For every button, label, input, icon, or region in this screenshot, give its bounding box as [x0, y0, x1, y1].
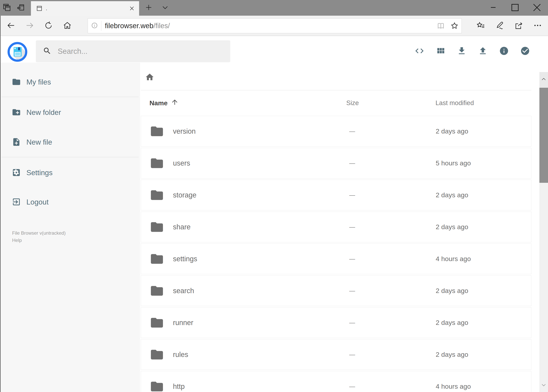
file-row[interactable]: rules — 2 days ago	[141, 339, 531, 370]
file-size: —	[347, 160, 436, 167]
file-row[interactable]: http — 4 hours ago	[141, 371, 531, 392]
scroll-up-button[interactable]	[539, 72, 548, 87]
add-favorite-button[interactable]	[450, 21, 459, 30]
file-modified: 2 days ago	[436, 127, 531, 135]
more-button[interactable]	[528, 17, 547, 35]
file-plus-icon	[12, 137, 21, 147]
close-window-button[interactable]	[526, 0, 548, 16]
sort-by-name-button[interactable]: Name	[149, 98, 346, 108]
file-name: search	[173, 287, 347, 295]
browser-toolbar: filebrowser.web/files/	[0, 16, 548, 36]
book-icon	[437, 21, 445, 30]
info-button[interactable]	[497, 44, 511, 59]
new-tab-button[interactable]	[142, 0, 156, 16]
file-name: storage	[173, 191, 347, 199]
share-icon	[514, 21, 523, 31]
scrollbar[interactable]	[539, 72, 548, 392]
file-size: —	[347, 256, 436, 262]
filebrowser-logo	[7, 42, 28, 62]
set-tabs-aside-button[interactable]	[14, 0, 28, 16]
chevron-down-icon	[541, 382, 547, 389]
home-button[interactable]	[58, 17, 77, 35]
file-name: version	[173, 127, 347, 135]
divider	[1, 97, 139, 97]
divider	[101, 21, 101, 31]
reading-view-button[interactable]	[437, 21, 445, 30]
star-icon	[450, 21, 459, 30]
minimize-icon	[486, 0, 501, 16]
folder-icon	[150, 284, 173, 298]
file-modified: 4 hours ago	[436, 255, 531, 263]
switch-view-button[interactable]	[433, 44, 448, 59]
file-row[interactable]: version — 2 days ago	[141, 116, 531, 147]
sidebar-item-label: New folder	[26, 108, 61, 117]
close-tab-button[interactable]	[129, 6, 135, 11]
search-bar[interactable]	[36, 40, 230, 62]
filebrowser-app: My files New folder New file Settings Lo…	[0, 36, 548, 392]
forward-icon	[25, 21, 34, 31]
column-size-label[interactable]: Size	[346, 99, 436, 107]
tab-preview-button[interactable]	[0, 0, 14, 16]
forward-button[interactable]	[20, 17, 39, 35]
browser-tab[interactable]: .	[31, 1, 139, 16]
scrollbar-thumb[interactable]	[539, 88, 548, 183]
web-note-button[interactable]	[490, 17, 509, 35]
file-size: —	[347, 383, 436, 390]
upload-button[interactable]	[475, 44, 490, 59]
file-modified: 2 days ago	[436, 319, 531, 326]
app-version-text: File Browser v(untracked)	[12, 229, 66, 237]
search-input[interactable]	[57, 47, 230, 56]
url-path: /files/	[153, 22, 170, 30]
toggle-shell-button[interactable]	[412, 44, 427, 59]
show-tab-previews-button[interactable]	[158, 0, 172, 16]
file-row[interactable]: runner — 2 days ago	[141, 307, 531, 338]
download-button[interactable]	[454, 44, 469, 59]
file-listing-panel: Name Size Last modified version — 2 days…	[140, 63, 539, 392]
file-name: rules	[173, 350, 347, 359]
close-icon	[529, 0, 545, 16]
column-modified-label[interactable]: Last modified	[436, 99, 531, 107]
breadcrumb-home-button[interactable]	[144, 72, 155, 83]
browser-window: .	[0, 0, 548, 392]
refresh-button[interactable]	[39, 17, 58, 35]
sidebar-item-logout[interactable]: Logout	[0, 196, 140, 208]
file-row[interactable]: settings — 4 hours ago	[141, 244, 531, 274]
folder-icon	[150, 188, 173, 202]
file-row[interactable]: search — 2 days ago	[141, 275, 531, 306]
folder-icon	[150, 315, 173, 330]
sidebar-item-new-file[interactable]: New file	[0, 136, 140, 148]
url-text: filebrowser.web/files/	[105, 22, 437, 30]
select-multiple-button[interactable]	[518, 44, 533, 59]
share-button[interactable]	[509, 17, 528, 35]
file-row[interactable]: storage — 2 days ago	[141, 180, 531, 210]
sidebar-item-my-files[interactable]: My files	[0, 76, 140, 88]
ellipsis-icon	[533, 21, 542, 31]
folder-icon	[12, 77, 21, 87]
maximize-button[interactable]	[504, 0, 526, 16]
back-button[interactable]	[1, 17, 20, 35]
sidebar-item-settings[interactable]: Settings	[0, 167, 140, 179]
file-modified: 2 days ago	[436, 191, 531, 199]
folder-icon	[150, 252, 173, 266]
file-row[interactable]: users — 5 hours ago	[141, 148, 531, 178]
search-icon	[36, 47, 51, 56]
page-icon	[36, 5, 43, 12]
file-modified: 2 days ago	[436, 351, 531, 358]
minimize-button[interactable]	[482, 0, 504, 16]
scroll-down-button[interactable]	[539, 379, 548, 391]
file-name: settings	[173, 255, 347, 263]
sidebar-item-new-folder[interactable]: New folder	[0, 106, 140, 119]
titlebar: .	[0, 0, 548, 16]
file-size: —	[347, 128, 436, 135]
folder-icon	[150, 347, 173, 362]
folder-icon	[150, 220, 173, 234]
address-bar[interactable]: filebrowser.web/files/	[88, 18, 462, 33]
hub-button[interactable]	[471, 17, 490, 35]
folder-icon	[150, 156, 173, 170]
site-info-button[interactable]	[91, 22, 98, 30]
file-row[interactable]: share — 2 days ago	[141, 211, 531, 242]
info-circle-icon	[499, 46, 509, 56]
folder-icon	[150, 379, 173, 392]
help-link[interactable]: Help	[12, 237, 66, 244]
file-size: —	[347, 224, 436, 230]
